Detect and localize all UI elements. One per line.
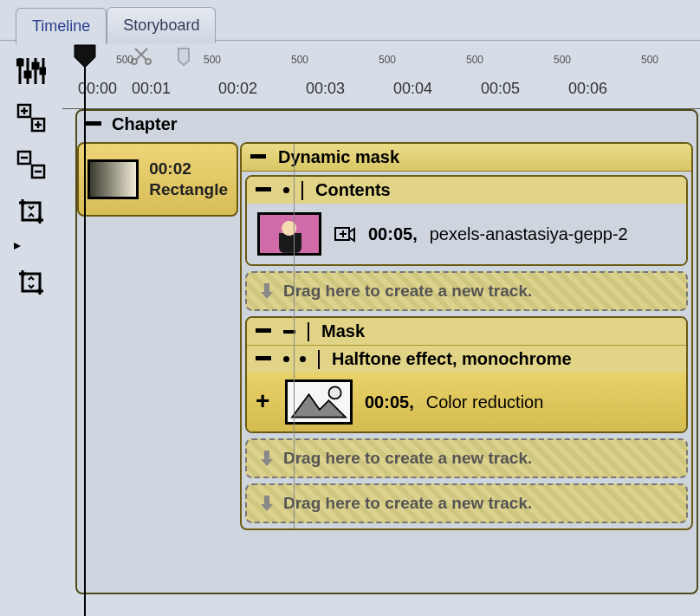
media-thumbnail (257, 212, 321, 256)
section-dynamic-mask[interactable]: Dynamic mask Contents (240, 142, 693, 530)
svg-rect-1 (25, 72, 30, 77)
playhead-icon[interactable] (73, 43, 97, 69)
mask-title: Mask (321, 321, 365, 341)
ruler-sec-5: 00:05 (481, 80, 520, 98)
drop-hint: Drag here to create a new track. (283, 449, 532, 468)
svg-rect-3 (41, 68, 46, 74)
chapter-header[interactable]: Chapter (77, 111, 697, 138)
tool-crop-out-icon[interactable] (12, 263, 50, 302)
tab-timeline[interactable]: Timeline (16, 8, 107, 44)
chapter-title: Chapter (112, 114, 178, 134)
section-mask[interactable]: Mask Halftone effect, monochrome + (245, 316, 688, 433)
ruler-ms-500: 500 (379, 54, 396, 66)
section-contents[interactable]: Contents 00:05, pexels-anastasiya-gepp-2 (245, 175, 688, 266)
clip-rectangle-label: 00:02 Rectangle (149, 159, 228, 200)
ruler-ms-500: 500 (641, 54, 658, 66)
drop-zone[interactable]: Drag here to create a new track. (245, 483, 688, 523)
collapse-icon[interactable] (256, 356, 273, 363)
color-reduction-time: 00:05, (365, 392, 414, 412)
media-time: 00:05, (368, 224, 418, 244)
drop-hint: Drag here to create a new track. (283, 494, 532, 513)
dot-icon (300, 356, 306, 362)
mask-header[interactable]: Mask (247, 318, 686, 345)
tab-bar: Timeline Storyboard (16, 7, 216, 43)
down-arrow-icon (259, 282, 275, 301)
chapter-container[interactable]: Chapter 00:02 Rectangle Dynamic mask (75, 109, 698, 594)
toolbar-expand-arrow-icon[interactable] (12, 239, 23, 255)
halftone-title: Halftone effect, monochrome (332, 349, 572, 369)
left-toolbar (0, 43, 62, 302)
tool-zoom-out-icon[interactable] (12, 146, 50, 184)
separator-icon (301, 181, 303, 200)
dot-icon (283, 187, 289, 193)
color-reduction-name: Color reduction (426, 392, 544, 412)
collapse-icon[interactable] (86, 121, 103, 128)
tab-storyboard[interactable]: Storyboard (107, 7, 216, 43)
halftone-header[interactable]: Halftone effect, monochrome (247, 345, 686, 373)
playhead-nested-line (294, 144, 295, 528)
contents-header[interactable]: Contents (247, 177, 686, 204)
effect-thumbnail (285, 379, 353, 425)
svg-point-14 (329, 386, 341, 399)
svg-rect-2 (33, 63, 38, 68)
ruler-subseconds: 500 500 500 500 500 500 500 (62, 43, 700, 75)
rectangle-thumbnail (88, 159, 139, 199)
expand-icon[interactable]: + (256, 393, 273, 411)
tool-tracks-icon[interactable] (12, 52, 50, 90)
down-arrow-icon (259, 449, 275, 468)
ruler-sec-1: 00:01 (132, 80, 171, 98)
svg-rect-8 (23, 203, 40, 220)
video-icon (334, 224, 356, 243)
timeline-area: 500 500 500 500 500 500 500 00:00 00:01 … (62, 43, 700, 616)
drop-zone[interactable]: Drag here to create a new track. (245, 271, 688, 311)
svg-rect-0 (17, 60, 23, 65)
ruler-seconds: 00:00 00:01 00:02 00:03 00:04 00:05 00:0… (62, 75, 700, 109)
ruler-sec-3: 00:03 (306, 80, 345, 98)
ruler-ms-500: 500 (116, 54, 133, 66)
collapse-icon[interactable] (256, 328, 273, 335)
drop-zone[interactable]: Drag here to create a new track. (245, 438, 688, 478)
tool-crop-in-icon[interactable] (12, 192, 50, 230)
collapse-icon[interactable] (250, 154, 268, 161)
playhead-line (84, 68, 86, 616)
clip-media[interactable]: 00:05, pexels-anastasiya-gepp-2 (247, 204, 686, 264)
tool-zoom-in-icon[interactable] (12, 99, 50, 137)
dynamic-mask-title: Dynamic mask (278, 147, 399, 167)
ruler-sec-4: 00:04 (393, 80, 432, 98)
time-ruler[interactable]: 500 500 500 500 500 500 500 00:00 00:01 … (62, 43, 700, 109)
drop-hint: Drag here to create a new track. (283, 282, 532, 301)
dynamic-mask-header[interactable]: Dynamic mask (242, 144, 691, 172)
clip-rectangle[interactable]: 00:02 Rectangle (77, 142, 238, 217)
ruler-ms-500: 500 (466, 54, 483, 66)
contents-title: Contents (315, 180, 391, 200)
ruler-sec-6: 00:06 (568, 80, 607, 98)
media-filename: pexels-anastasiya-gepp-2 (430, 224, 628, 244)
collapse-icon[interactable] (256, 187, 273, 194)
ruler-ms-500: 500 (554, 54, 571, 66)
down-arrow-icon (259, 494, 275, 513)
ruler-ms-500: 500 (204, 54, 221, 66)
clip-color-reduction[interactable]: + 00:05, Color reduction (247, 373, 686, 431)
nested-dynamic-mask: Dynamic mask Contents (238, 139, 695, 532)
ruler-ms-500: 500 (291, 54, 308, 66)
separator-icon (318, 350, 320, 369)
ruler-sec-2: 00:02 (218, 80, 257, 98)
separator-icon (308, 322, 309, 341)
dot-icon (283, 356, 289, 362)
